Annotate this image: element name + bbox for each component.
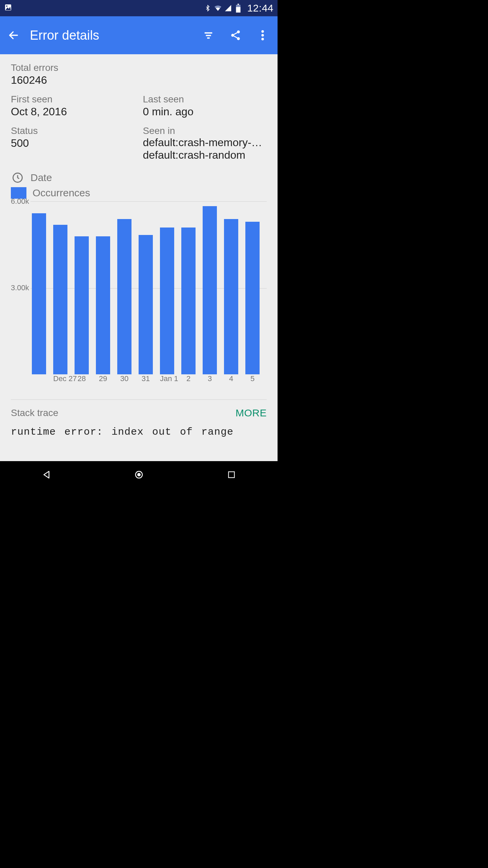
- x-tick-2: 28: [75, 374, 89, 383]
- system-nav-bar: [0, 461, 278, 488]
- cell-signal-icon: [224, 4, 232, 12]
- bar-1: [53, 225, 67, 374]
- y-tick-3k: 3.00k: [11, 283, 29, 292]
- share-button[interactable]: [226, 26, 245, 45]
- clock-text: 12:44: [247, 2, 273, 14]
- bar-6: [160, 228, 174, 374]
- status-bar: 12:44: [0, 0, 278, 16]
- seen-in-value-0: default:crash-memory-acces…: [143, 136, 267, 149]
- last-seen-value: 0 min. ago: [143, 105, 267, 118]
- seen-in-block: Seen in default:crash-memory-acces… defa…: [143, 125, 267, 161]
- bar-3: [96, 236, 110, 374]
- seen-in-value-1: default:crash-random: [143, 149, 267, 161]
- nav-home-button[interactable]: [119, 467, 159, 483]
- first-seen-label: First seen: [11, 94, 135, 105]
- svg-point-16: [138, 473, 140, 476]
- legend-occurrences-label: Occurrences: [33, 187, 90, 199]
- bar-8: [203, 206, 217, 374]
- more-button[interactable]: MORE: [236, 407, 267, 419]
- stack-trace-text: runtime error: index out of range: [0, 419, 278, 438]
- svg-point-9: [231, 34, 234, 37]
- bluetooth-icon: [204, 4, 212, 12]
- bar-0: [32, 213, 46, 374]
- bar-7: [181, 228, 196, 374]
- app-bar: Error details: [0, 16, 278, 54]
- y-tick-6k: 6.00k: [11, 197, 29, 206]
- back-button[interactable]: [5, 27, 22, 43]
- x-tick-9: 4: [224, 374, 238, 383]
- svg-point-12: [261, 34, 264, 37]
- x-tick-1: Dec 27: [53, 374, 67, 383]
- bar-10: [245, 222, 260, 374]
- status-block: Status 500: [11, 125, 135, 161]
- svg-rect-4: [236, 7, 241, 13]
- svg-point-13: [261, 38, 264, 41]
- stack-trace-label: Stack trace: [11, 408, 58, 418]
- status-label: Status: [11, 125, 135, 136]
- total-errors-value: 160246: [11, 74, 267, 86]
- legend: Date Occurrences: [11, 171, 267, 199]
- seen-in-label: Seen in: [143, 125, 267, 136]
- svg-point-1: [6, 5, 7, 7]
- wifi-icon: [214, 4, 222, 12]
- svg-rect-5: [205, 32, 212, 34]
- svg-rect-7: [207, 37, 210, 39]
- bar-4: [117, 219, 131, 374]
- x-tick-5: 31: [139, 374, 153, 383]
- bar-9: [224, 219, 238, 374]
- last-seen-label: Last seen: [143, 94, 267, 105]
- nav-recent-button[interactable]: [211, 467, 252, 483]
- page-title: Error details: [30, 28, 191, 43]
- content: Total errors 160246 First seen Oct 8, 20…: [0, 54, 278, 461]
- last-seen-block: Last seen 0 min. ago: [143, 94, 267, 118]
- x-tick-8: 3: [203, 374, 217, 383]
- svg-point-11: [261, 30, 264, 33]
- nav-back-button[interactable]: [26, 467, 67, 483]
- battery-icon: [234, 4, 242, 12]
- status-value: 500: [11, 137, 135, 150]
- svg-rect-17: [228, 472, 234, 477]
- x-tick-7: 2: [181, 374, 196, 383]
- x-tick-3: 29: [96, 374, 110, 383]
- x-tick-6: Jan 1: [160, 374, 174, 383]
- first-seen-block: First seen Oct 8, 2016: [11, 94, 135, 118]
- bar-2: [75, 236, 89, 374]
- overflow-menu-button[interactable]: [253, 26, 272, 45]
- total-errors-label: Total errors: [11, 62, 267, 73]
- first-seen-value: Oct 8, 2016: [11, 105, 135, 118]
- svg-point-10: [237, 37, 240, 40]
- svg-rect-2: [238, 4, 239, 5]
- legend-date-label: Date: [30, 172, 52, 183]
- occurrences-chart: 6.00k 3.00k Dec 2728293031Jan 12345: [0, 201, 278, 384]
- filter-button[interactable]: [199, 26, 218, 45]
- total-errors-block: Total errors 160246: [11, 62, 267, 86]
- x-tick-0: [32, 374, 46, 383]
- svg-rect-6: [206, 35, 211, 36]
- picture-icon: [4, 3, 12, 12]
- x-tick-4: 30: [117, 374, 131, 383]
- x-tick-10: 5: [245, 374, 260, 383]
- clock-icon: [11, 171, 24, 184]
- bar-5: [139, 235, 153, 374]
- svg-point-8: [237, 31, 240, 34]
